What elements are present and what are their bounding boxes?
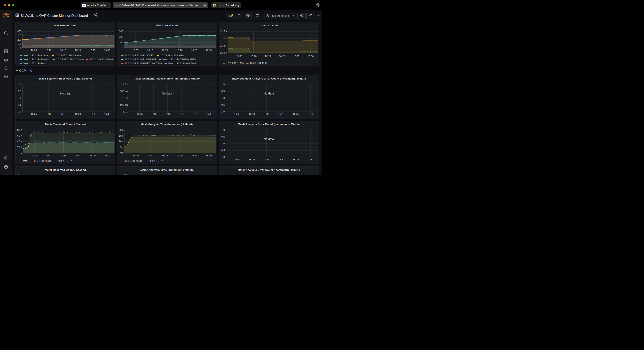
svg-text:w: w: [84, 5, 85, 7]
